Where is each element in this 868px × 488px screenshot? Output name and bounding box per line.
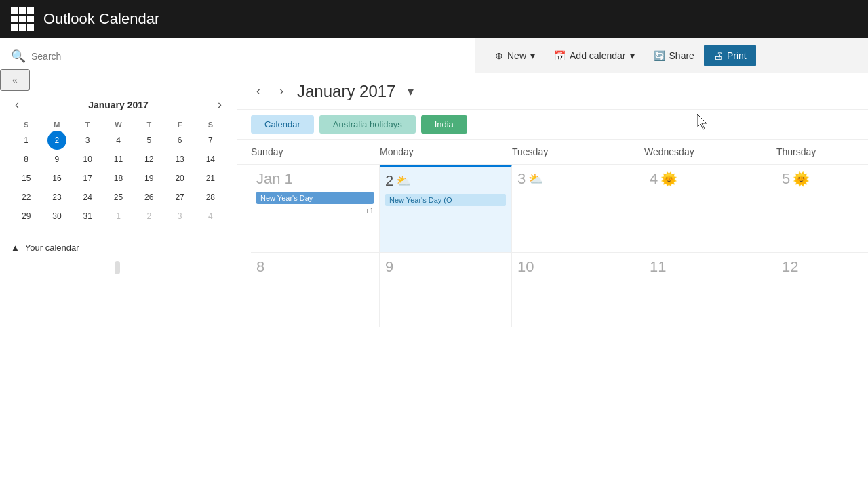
sidebar-scrollbar[interactable] [0,261,237,274]
mini-cal-day[interactable]: 2 [140,207,159,226]
mini-cal-day[interactable]: 24 [78,188,97,207]
weekday-sunday: Sunday [251,140,380,164]
month-dropdown-button[interactable]: ▾ [408,84,414,99]
calendar-tabs: Calendar Australia holidays India [237,110,868,140]
your-calendar-section: ▲ Your calendar [0,237,237,258]
mini-cal-day[interactable]: 9 [47,150,66,169]
mini-cal-day[interactable]: 31 [78,207,97,226]
mini-cal-day[interactable]: 1 [17,131,36,150]
cal-event[interactable]: New Year's Day [256,192,374,204]
mini-cal-days-of-week: SMTWTFS [11,119,226,131]
mini-cal-day[interactable]: 12 [140,150,159,169]
chevron-down-icon: ▲ [11,243,20,253]
app-title: Outlook Calendar [43,10,159,28]
mini-cal-dow: S [11,119,41,131]
new-button[interactable]: ⊕ New ▾ [486,45,545,66]
cal-event[interactable]: New Year's Day (O [385,194,506,206]
cal-cell[interactable]: 11 [644,253,776,327]
mini-cal-day[interactable]: 6 [170,131,189,150]
mini-cal-title: January 2017 [88,100,149,110]
search-input[interactable] [31,51,226,62]
mini-cal-day[interactable]: 16 [47,169,66,188]
cal-cell[interactable]: 3⛅ [512,165,644,253]
cal-day-header: 11 [650,258,770,276]
mini-cal-day[interactable]: 2 [47,131,66,150]
mini-cal-day[interactable]: 14 [201,150,220,169]
cal-cell[interactable]: 8 [251,253,380,327]
week-day-headers: Sunday Monday Tuesday Wednesday Thursday [237,140,868,165]
calendar-add-icon: 📅 [554,50,566,61]
mini-cal-header: ‹ January 2017 › [11,96,226,113]
share-button[interactable]: 🔄 Share [644,45,704,66]
mini-cal-day[interactable]: 10 [78,150,97,169]
mini-cal-day[interactable]: 20 [170,169,189,188]
mini-cal-day[interactable]: 23 [47,188,66,207]
weekday-tuesday: Tuesday [512,140,644,164]
weekday-wednesday: Wednesday [644,140,776,164]
tab-calendar[interactable]: Calendar [251,115,314,134]
mini-cal-days: 1234567891011121314151617181920212223242… [11,131,226,226]
mini-cal-day[interactable]: 15 [17,169,36,188]
tab-india[interactable]: India [421,115,467,134]
cal-cell[interactable]: 5🌞 [776,165,868,253]
main-cal-next-button[interactable]: › [274,81,289,101]
mini-cal-day[interactable]: 30 [47,207,66,226]
mini-cal-day[interactable]: 25 [108,188,127,207]
cal-cell[interactable]: 4🌞 [644,165,776,253]
mini-cal-day[interactable]: 7 [201,131,220,150]
cal-day-number: 3 [517,170,526,188]
toolbar: ⊕ New ▾ 📅 Add calendar ▾ 🔄 Share 🖨 Print [475,38,868,73]
plus-icon: ⊕ [495,50,503,61]
collapse-sidebar-button[interactable]: « [0,69,30,91]
add-calendar-button[interactable]: 📅 Add calendar ▾ [545,45,644,66]
mini-cal-day[interactable]: 17 [78,169,97,188]
cal-cell[interactable]: Jan 1New Year's Day+1 [251,165,380,253]
print-button[interactable]: 🖨 Print [704,45,756,66]
mini-cal-day[interactable]: 28 [201,188,220,207]
tab-australia-holidays[interactable]: Australia holidays [319,115,416,134]
cal-day-number: 2 [385,172,393,190]
mini-cal-day[interactable]: 13 [170,150,189,169]
mini-cal-day[interactable]: 11 [108,150,127,169]
mini-cal-day[interactable]: 8 [17,150,36,169]
sidebar-scroll-thumb[interactable] [115,261,120,274]
cal-day-number: 9 [385,258,393,276]
cal-cell[interactable]: 2⛅New Year's Day (O [380,165,512,253]
mini-calendar: ‹ January 2017 › SMTWTFS 123456789101112… [0,91,237,231]
add-calendar-label: Add calendar [570,50,626,61]
mini-cal-day[interactable]: 27 [170,188,189,207]
mini-cal-day[interactable]: 3 [170,207,189,226]
calendar-grid: Jan 1New Year's Day+12⛅New Year's Day (O… [237,165,868,327]
cal-cell[interactable]: 12 [776,253,868,327]
mini-cal-day[interactable]: 18 [108,169,127,188]
weather-icon: ⛅ [396,174,411,188]
mini-cal-day[interactable]: 26 [140,188,159,207]
mini-cal-day[interactable]: 4 [108,131,127,150]
cal-day-header: Jan 1 [256,170,374,188]
mini-cal-prev-button[interactable]: ‹ [11,96,23,113]
mini-cal-next-button[interactable]: › [214,96,226,113]
mini-cal-day[interactable]: 29 [17,207,36,226]
main-calendar-area: ⊕ New ▾ 📅 Add calendar ▾ 🔄 Share 🖨 Print… [237,38,868,453]
cal-day-number: 8 [256,258,264,276]
app-grid-icon[interactable] [11,7,35,31]
weather-icon: 🌞 [793,171,810,187]
mini-cal-day[interactable]: 4 [201,207,220,226]
cal-day-number: 5 [782,170,790,188]
cal-day-number: Jan 1 [256,170,293,188]
print-label: Print [727,50,747,61]
mini-cal-day[interactable]: 19 [140,169,159,188]
top-bar: Outlook Calendar [0,0,868,38]
mini-cal-day[interactable]: 1 [108,207,127,226]
cal-day-header: 8 [256,258,374,276]
cal-cell[interactable]: 9 [380,253,512,327]
main-cal-prev-button[interactable]: ‹ [251,81,266,101]
cal-more-events[interactable]: +1 [256,207,374,215]
cal-cell[interactable]: 10 [512,253,644,327]
mini-cal-day[interactable]: 5 [140,131,159,150]
cal-day-header: 2⛅ [385,172,506,190]
share-label: Share [669,50,694,61]
mini-cal-day[interactable]: 22 [17,188,36,207]
mini-cal-day[interactable]: 3 [78,131,97,150]
mini-cal-day[interactable]: 21 [201,169,220,188]
